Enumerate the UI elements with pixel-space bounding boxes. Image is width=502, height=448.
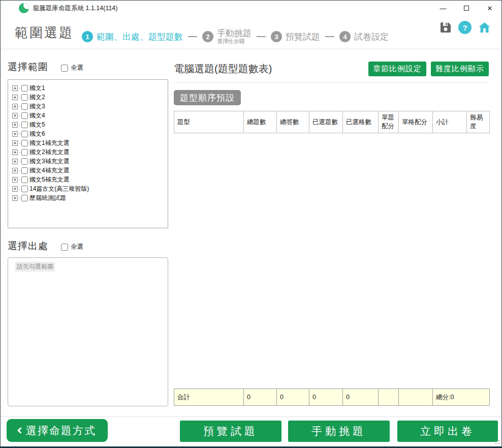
step-connector [257, 36, 266, 37]
tree-item-checkbox[interactable] [21, 176, 28, 183]
footer-divider [1, 416, 501, 417]
tree-item-checkbox[interactable] [21, 122, 28, 128]
preview-exam-button[interactable]: 預覽試題 [180, 421, 281, 442]
tree-item[interactable]: +歷屆統測試題 [12, 193, 166, 202]
totals-per-question-score [379, 389, 399, 406]
generate-exam-button[interactable]: 立即出卷 [397, 421, 498, 442]
source-select-all[interactable]: 全選 [61, 243, 83, 251]
range-tree[interactable]: +國文1 +國文2 +國文3 +國文4 +國文5 +國文6 +國文1補充文選 +… [8, 79, 168, 228]
totals-selected-questions: 0 [309, 389, 343, 406]
expand-icon[interactable]: + [12, 85, 18, 91]
close-button[interactable]: ✕ [478, 1, 501, 16]
range-select-all[interactable]: 全選 [61, 64, 83, 72]
totals-score: 總分:0 [433, 389, 490, 406]
tree-item-label: 國文2 [29, 93, 45, 102]
expand-icon[interactable]: + [12, 131, 18, 137]
step-3-circle: 3 [271, 31, 282, 42]
col-per-question-score: 單題配分 [379, 111, 399, 133]
expand-icon[interactable]: + [12, 195, 18, 201]
tree-connector [19, 88, 21, 88]
step-indicator: 1 範圍、出處、題型題數 2 手動挑題 選擇性步驟 3 預覽試題 4 試卷設定 [82, 25, 389, 48]
expand-icon[interactable]: + [12, 159, 18, 164]
tree-item[interactable]: +國文1 [12, 83, 166, 93]
tree-item[interactable]: +國文3 [12, 102, 166, 111]
manual-pick-button[interactable]: 手動挑題 [288, 421, 390, 442]
step-3-label: 預覽試題 [286, 31, 320, 43]
tree-item-label: 國文6 [29, 130, 45, 138]
tree-item-checkbox[interactable] [21, 131, 28, 137]
col-question-type: 題型 [174, 111, 244, 133]
totals-total-questions: 0 [244, 389, 277, 406]
question-type-order-button[interactable]: 題型順序預設 [174, 90, 241, 105]
tree-item-checkbox[interactable] [21, 158, 28, 165]
expand-icon[interactable]: + [12, 140, 18, 146]
col-per-cell-score: 單格配分 [399, 111, 433, 133]
tree-connector [19, 161, 21, 162]
tree-item[interactable]: +國文4 [12, 111, 166, 120]
tree-item[interactable]: +國文2補充文選 [12, 147, 166, 157]
expand-icon[interactable]: + [12, 168, 18, 173]
expand-icon[interactable]: + [12, 122, 18, 128]
tree-item[interactable]: +國文6 [12, 129, 166, 138]
expand-icon[interactable]: + [12, 113, 18, 118]
tree-item-label: 國文2補充文選 [29, 148, 70, 157]
step-4-circle: 4 [339, 31, 351, 42]
home-icon[interactable] [478, 21, 491, 34]
tree-item-label: 國文5補充文選 [29, 175, 70, 184]
tree-connector [19, 106, 21, 107]
tree-item[interactable]: +國文1補充文選 [12, 138, 166, 147]
source-list[interactable]: 請先勾選範圍 [8, 257, 168, 406]
tree-item-checkbox[interactable] [21, 186, 28, 192]
tree-item-checkbox[interactable] [21, 140, 28, 146]
source-select-all-checkbox[interactable] [61, 244, 68, 251]
app-logo-icon [19, 3, 29, 13]
help-icon[interactable]: ? [458, 21, 472, 34]
col-total-answers: 總答數 [277, 111, 309, 133]
maximize-button[interactable] [455, 1, 478, 16]
totals-per-cell-score [399, 389, 433, 406]
tree-item[interactable]: +國文5 [12, 120, 166, 129]
tree-item-checkbox[interactable] [21, 195, 28, 201]
tree-item[interactable]: +國文4補充文選 [12, 166, 166, 175]
expand-icon[interactable]: + [12, 150, 18, 155]
tree-item-checkbox[interactable] [21, 167, 28, 174]
tree-item-checkbox[interactable] [21, 112, 28, 119]
col-total-questions: 總題數 [244, 111, 277, 133]
expand-icon[interactable]: + [12, 104, 18, 109]
step-connector [188, 36, 197, 37]
back-button[interactable]: 選擇命題方式 [7, 419, 108, 442]
tree-connector [19, 152, 21, 153]
chapter-ratio-button[interactable]: 章節比例設定 [368, 62, 426, 76]
tree-item[interactable]: +國文5補充文選 [12, 175, 166, 184]
tree-item[interactable]: +14篇古文(高三複習版) [12, 184, 166, 193]
range-select-all-checkbox[interactable] [61, 65, 68, 72]
expand-icon[interactable]: + [12, 177, 18, 183]
difficulty-ratio-button[interactable]: 難度比例顯示 [431, 62, 489, 76]
tree-item-label: 國文5 [29, 121, 45, 129]
totals-selected-cells: 0 [343, 389, 379, 406]
col-difficulty: 難易度 [467, 111, 490, 133]
tree-connector [19, 180, 21, 180]
totals-label: 合計 [174, 389, 244, 406]
tree-item-checkbox[interactable] [21, 149, 28, 156]
tree-item-checkbox[interactable] [21, 103, 28, 110]
expand-icon[interactable]: + [12, 95, 18, 100]
minimize-button[interactable]: — [431, 1, 455, 16]
app-window: 龍騰題庫命題系統 1.1.14(114) — ✕ 範圍選題 1 範圍、出處、題型… [0, 0, 502, 448]
expand-icon[interactable]: + [12, 186, 18, 192]
resize-grip[interactable] [495, 440, 499, 444]
tree-item[interactable]: +國文3補充文選 [12, 157, 166, 166]
tree-connector [19, 125, 21, 125]
step-connector [325, 36, 334, 37]
save-icon[interactable] [440, 21, 452, 34]
question-type-table-header: 題型 總題數 總答數 已選題數 已選格數 單題配分 單格配分 小計 難易度 [174, 111, 490, 133]
tree-connector [19, 198, 21, 198]
col-selected-cells: 已選格數 [343, 111, 379, 133]
source-panel-title: 選擇出處 [8, 240, 48, 253]
tree-item[interactable]: +國文2 [12, 93, 166, 102]
back-button-label: 選擇命題方式 [26, 424, 96, 438]
tree-item-checkbox[interactable] [21, 94, 28, 101]
totals-total-answers: 0 [277, 389, 309, 406]
col-selected-questions: 已選題數 [309, 111, 343, 133]
tree-item-checkbox[interactable] [21, 85, 28, 92]
